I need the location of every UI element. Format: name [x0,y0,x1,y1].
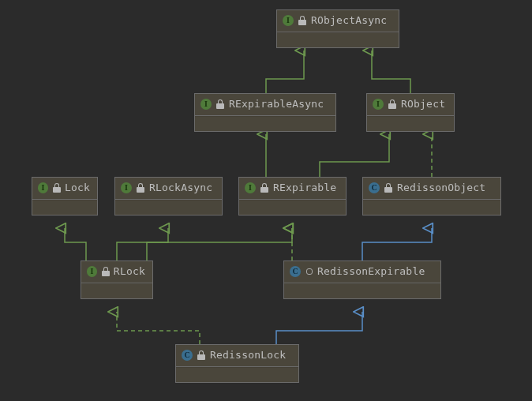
class-icon [182,350,193,361]
type-name: RExpirableAsync [229,98,324,110]
type-name: RedissonExpirable [317,265,425,277]
interface-icon [87,266,97,277]
lock-icon [298,16,306,25]
type-name: RLockAsync [149,182,212,193]
lock-icon [260,183,268,193]
type-node-RObject[interactable]: RObject [366,93,455,132]
lock-icon [388,99,396,109]
type-node-RObjectAsync[interactable]: RObjectAsync [276,9,399,48]
lock-icon [216,99,224,109]
lock-icon [53,183,60,193]
type-name: RExpirable [273,182,336,193]
type-node-RedissonLock[interactable]: RedissonLock [175,344,299,383]
interface-icon [200,99,212,110]
type-node-RedissonObject[interactable]: RedissonObject [362,177,501,215]
type-name: RObject [401,98,445,110]
lock-icon [384,183,392,193]
type-node-RedissonExpirable[interactable]: RedissonExpirable [283,260,441,299]
type-name: RedissonObject [397,182,485,193]
type-name: RLock [114,265,145,277]
interface-icon [121,182,132,193]
class-icon [290,266,301,277]
interface-icon [283,15,294,26]
lock-icon [102,267,109,276]
lock-icon [197,350,205,360]
type-name: RedissonLock [210,349,286,361]
lock-icon [137,183,144,193]
type-node-RLock[interactable]: RLock [81,260,153,299]
interface-icon [373,99,384,110]
class-icon [369,182,380,193]
class-diagram: RObject (impl, dashed) --> RExpirable (i… [0,0,532,401]
type-node-Lock[interactable]: Lock [32,177,98,215]
interface-icon [38,182,48,193]
interface-icon [245,182,256,193]
type-name: Lock [65,182,90,193]
type-node-RExpirable[interactable]: RExpirable [238,177,347,215]
type-name: RObjectAsync [311,14,387,26]
type-node-RLockAsync[interactable]: RLockAsync [114,177,223,215]
type-node-RExpirableAsync[interactable]: RExpirableAsync [194,93,336,132]
abstract-icon [306,268,313,275]
